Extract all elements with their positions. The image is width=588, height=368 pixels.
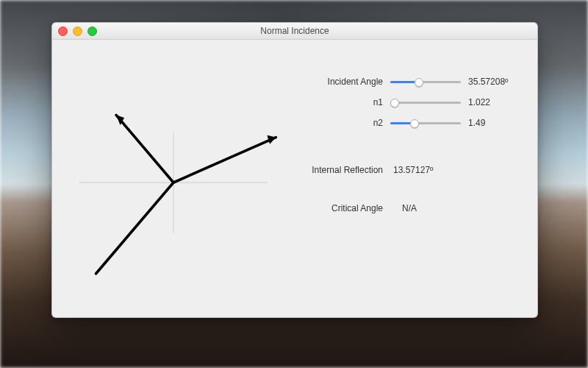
internal-reflection-value: 13.57127º <box>393 165 446 175</box>
incident-angle-slider[interactable] <box>390 77 461 87</box>
titlebar[interactable]: Normal Incidence <box>52 23 537 40</box>
app-window: Normal Incidence Incident Angle <box>51 22 538 318</box>
critical-angle-label: Critical Angle <box>295 203 383 213</box>
controls-panel: Incident Angle 35.57208º n1 1.022 n2 <box>295 40 537 317</box>
window-title: Normal Incidence <box>52 26 537 36</box>
svg-line-5 <box>173 138 276 183</box>
incident-angle-label: Incident Angle <box>295 77 383 87</box>
window-content: Incident Angle 35.57208º n1 1.022 n2 <box>52 40 537 317</box>
ray-diagram <box>52 40 295 317</box>
n1-label: n1 <box>295 97 383 107</box>
svg-line-3 <box>116 115 173 183</box>
close-icon[interactable] <box>58 26 68 36</box>
n2-slider[interactable] <box>390 118 461 128</box>
svg-line-2 <box>96 183 173 274</box>
n2-row: n2 1.49 <box>295 116 521 130</box>
zoom-icon[interactable] <box>87 26 97 36</box>
n2-value: 1.49 <box>468 118 521 128</box>
n1-row: n1 1.022 <box>295 96 521 109</box>
critical-angle-value: N/A <box>402 203 455 213</box>
minimize-icon[interactable] <box>73 26 82 36</box>
internal-reflection-label: Internal Reflection <box>295 165 383 175</box>
n1-value: 1.022 <box>468 97 521 107</box>
critical-angle-row: Critical Angle N/A <box>295 202 521 215</box>
incident-angle-row: Incident Angle 35.57208º <box>295 75 521 88</box>
n2-label: n2 <box>295 118 383 128</box>
n1-slider[interactable] <box>390 97 461 107</box>
internal-reflection-row: Internal Reflection 13.57127º <box>295 163 521 177</box>
traffic-lights <box>58 26 97 36</box>
incident-angle-value: 35.57208º <box>468 77 521 87</box>
